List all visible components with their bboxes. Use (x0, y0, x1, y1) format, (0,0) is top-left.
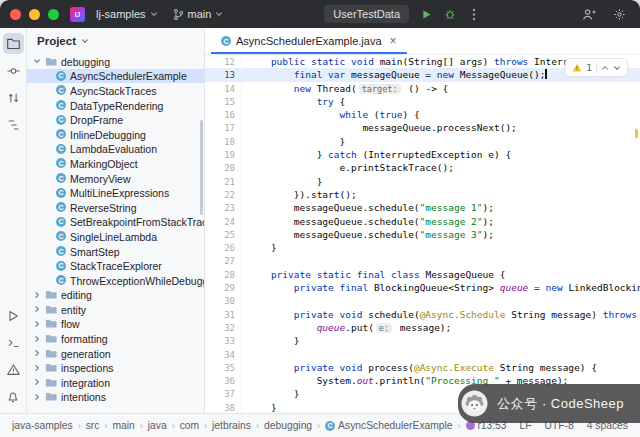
tree-item-generation[interactable]: generation (27, 346, 204, 361)
tool-stripe-problems-button[interactable] (3, 359, 24, 380)
close-window-button[interactable] (10, 9, 21, 20)
gutter-line-number[interactable]: 25 (205, 228, 235, 241)
gutter-line-number[interactable]: 24 (205, 215, 235, 228)
gutter-line-number[interactable]: 34 (205, 348, 235, 361)
tree-item-formatting[interactable]: formatting (27, 331, 204, 346)
breadcrumb-item-java-samples[interactable]: java-samples (12, 420, 73, 431)
code-line-32[interactable]: 32 queue.put(e: message); (205, 321, 640, 334)
project-view-selector[interactable]: Project (27, 28, 204, 54)
tree-item-setbreakpointfromstacktrace[interactable]: SetBreakpointFromStackTrace (27, 215, 204, 230)
project-tree-scrollbar[interactable] (200, 120, 203, 215)
tree-item-smartstep[interactable]: SmartStep (27, 244, 204, 259)
gutter-line-number[interactable]: 21 (205, 175, 235, 188)
tree-item-singlelinelambda[interactable]: SingleLineLambda (27, 229, 204, 244)
tree-item-inlinedebugging[interactable]: InlineDebugging (27, 127, 204, 142)
code-line-20[interactable]: 20 e.printStackTrace(); (205, 161, 640, 174)
breadcrumb-item-main[interactable]: main (112, 420, 134, 431)
next-problem-button[interactable] (613, 64, 621, 72)
minimize-window-button[interactable] (29, 9, 40, 20)
prev-problem-button[interactable] (601, 64, 609, 72)
code-line-23[interactable]: 23 messageQueue.schedule("message 1"); (205, 201, 640, 214)
code-line-14[interactable]: 14 new Thread(target: () -> { (205, 82, 640, 95)
warning-stripe-mark[interactable] (635, 129, 638, 138)
gutter-line-number[interactable]: 15 (205, 95, 235, 108)
run-configuration-selector[interactable]: UserTestData (324, 5, 409, 23)
code-line-16[interactable]: 16 while (true) { (205, 108, 640, 121)
code-line-26[interactable]: 26 } (205, 241, 640, 254)
tree-item-lambdaevaluation[interactable]: LambdaEvaluation (27, 142, 204, 157)
code-line-35[interactable]: 35 private void process(@Async.Execute S… (205, 361, 640, 374)
code-line-24[interactable]: 24 messageQueue.schedule("message 2"); (205, 215, 640, 228)
gutter-line-number[interactable]: 19 (205, 148, 235, 161)
code-line-22[interactable]: 22 }).start(); (205, 188, 640, 201)
gutter-line-number[interactable]: 36 (205, 374, 235, 387)
inspections-widget[interactable]: 1 (565, 58, 628, 77)
code-line-17[interactable]: 17 messageQueue.processNext(); (205, 121, 640, 134)
project-selector[interactable]: lj-samples (92, 6, 162, 22)
tree-item-reversestring[interactable]: ReverseString (27, 200, 204, 215)
gutter-line-number[interactable]: 27 (205, 254, 235, 267)
tree-item-datatyperendering[interactable]: DataTypeRendering (27, 98, 204, 113)
tree-item-integration[interactable]: integration (27, 375, 204, 390)
gutter-line-number[interactable]: 23 (205, 201, 235, 214)
tree-item-dropframe[interactable]: DropFrame (27, 112, 204, 127)
gutter-line-number[interactable]: 37 (205, 387, 235, 400)
more-run-actions-button[interactable] (465, 5, 483, 23)
code-line-33[interactable]: 33 } (205, 334, 640, 347)
code-line-15[interactable]: 15 try { (205, 95, 640, 108)
gutter-line-number[interactable]: 22 (205, 188, 235, 201)
gutter-line-number[interactable]: 14 (205, 82, 235, 95)
gutter-line-number[interactable]: 17 (205, 121, 235, 134)
breadcrumb-item-asyncschedulerexample[interactable]: AsyncSchedulerExample (325, 420, 452, 431)
breadcrumb-item-jetbrains[interactable]: jetbrains (212, 420, 251, 431)
code-editor[interactable]: 12 public static void main(String[] args… (205, 55, 640, 413)
tree-item-editing[interactable]: editing (27, 288, 204, 303)
gutter-line-number[interactable]: 32 (205, 321, 235, 334)
gutter-line-number[interactable]: 33 (205, 334, 235, 347)
settings-button[interactable] (610, 5, 628, 23)
tree-item-flow[interactable]: flow (27, 317, 204, 332)
code-line-28[interactable]: 28 private static final class MessageQue… (205, 268, 640, 281)
code-line-34[interactable]: 34 (205, 348, 640, 361)
tree-item-asyncstacktraces[interactable]: AsyncStackTraces (27, 83, 204, 98)
code-line-29[interactable]: 29 private final BlockingQueue<String> q… (205, 281, 640, 294)
gutter-line-number[interactable]: 35 (205, 361, 235, 374)
tool-stripe-terminal-button[interactable] (3, 332, 24, 353)
code-with-me-button[interactable] (580, 5, 598, 23)
breadcrumb-item-debugging[interactable]: debugging (264, 420, 312, 431)
gutter-line-number[interactable]: 18 (205, 135, 235, 148)
tree-item-inspections[interactable]: inspections (27, 360, 204, 375)
tool-stripe-pull-requests-button[interactable] (3, 87, 24, 108)
code-line-30[interactable]: 30 (205, 294, 640, 307)
gutter-line-number[interactable]: 31 (205, 308, 235, 321)
debug-button[interactable] (441, 5, 459, 23)
code-line-19[interactable]: 19 } catch (InterruptedException e) { (205, 148, 640, 161)
tree-item-debugging[interactable]: debugging (27, 54, 204, 69)
run-button[interactable] (417, 5, 435, 23)
tree-item-throwexceptionwhiledebugging[interactable]: ThrowExceptionWhileDebugging (27, 273, 204, 288)
gutter-line-number[interactable]: 29 (205, 281, 235, 294)
gutter-line-number[interactable]: 28 (205, 268, 235, 281)
gutter-line-number[interactable]: 38 (205, 401, 235, 413)
tree-item-stacktraceexplorer[interactable]: StackTraceExplorer (27, 258, 204, 273)
code-line-25[interactable]: 25 messageQueue.schedule("message 3"); (205, 228, 640, 241)
tool-stripe-structure-button[interactable] (3, 114, 24, 135)
gutter-line-number[interactable]: 20 (205, 161, 235, 174)
breadcrumb-item-com[interactable]: com (180, 420, 199, 431)
breadcrumb-item-src[interactable]: src (86, 420, 100, 431)
gutter-line-number[interactable]: 13 (205, 68, 235, 81)
code-line-27[interactable]: 27 (205, 254, 640, 267)
gutter-line-number[interactable]: 26 (205, 241, 235, 254)
tree-item-multilineexpressions[interactable]: MultiLineExpressions (27, 185, 204, 200)
tree-item-asyncschedulerexample[interactable]: AsyncSchedulerExample (27, 69, 204, 84)
branch-selector[interactable]: main (169, 6, 228, 23)
breadcrumb-item-java[interactable]: java (148, 420, 167, 431)
editor-tab-asyncschedulerexample[interactable]: AsyncSchedulerExample.java × (211, 28, 407, 54)
code-line-31[interactable]: 31 private void schedule(@Async.Schedule… (205, 308, 640, 321)
tool-stripe-run-button[interactable] (3, 305, 24, 326)
tree-item-markingobject[interactable]: MarkingObject (27, 156, 204, 171)
gutter-line-number[interactable]: 16 (205, 108, 235, 121)
gutter-line-number[interactable]: 12 (205, 55, 235, 68)
tool-stripe-commit-button[interactable] (3, 60, 24, 81)
close-tab-icon[interactable]: × (390, 34, 397, 48)
